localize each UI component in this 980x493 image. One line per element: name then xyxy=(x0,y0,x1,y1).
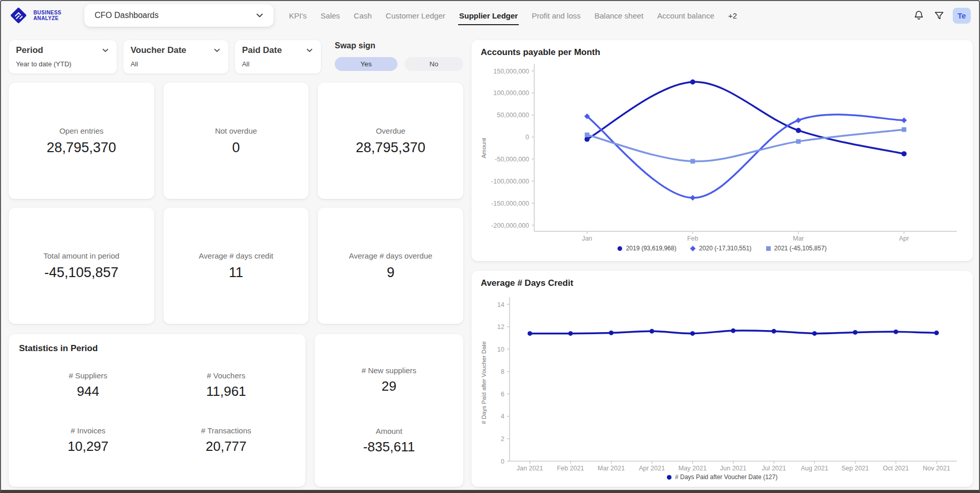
tabs-overflow[interactable]: +2 xyxy=(728,8,737,23)
legend-item[interactable]: 2020 (-17,310,551) xyxy=(691,245,751,252)
x-tick-label: Feb 2021 xyxy=(557,465,584,472)
kpi-card-overdue: Overdue 28,795,370 xyxy=(318,83,463,199)
kpi-value: 28,795,370 xyxy=(356,140,425,156)
tab-sales[interactable]: Sales xyxy=(321,8,340,23)
data-point xyxy=(934,331,939,335)
data-point xyxy=(528,331,532,336)
swap-sign-yes-button[interactable]: Yes xyxy=(335,57,397,71)
stat-label: # Suppliers xyxy=(19,371,157,380)
kpi-card-avg-days-credit: Average # days credit 11 xyxy=(164,208,309,324)
kpi-value: 28,795,370 xyxy=(47,140,116,156)
statistics-card: Statistics in Period # Suppliers 944 # V… xyxy=(9,334,305,487)
x-tick-label: Aug 2021 xyxy=(801,465,828,472)
tab-cash[interactable]: Cash xyxy=(354,8,372,23)
data-point xyxy=(690,331,695,336)
stat-value: 944 xyxy=(19,384,157,399)
voucher-date-filter[interactable]: Voucher Date All xyxy=(123,40,228,74)
accounts-payable-chart: -200,000,000-150,000,000-100,000,000-50,… xyxy=(481,61,962,244)
voucher-date-filter-title: Voucher Date xyxy=(131,45,186,56)
y-tick-label: 14 xyxy=(497,301,504,308)
data-point xyxy=(568,331,573,336)
y-tick-label: 100,000,000 xyxy=(493,89,529,97)
stat-suppliers: # Suppliers 944 xyxy=(19,371,157,399)
kpi-card-open-entries: Open entries 28,795,370 xyxy=(9,83,154,199)
y-axis-label: Amount xyxy=(481,137,487,158)
chevron-down-icon xyxy=(101,46,110,54)
x-tick-label: Jan 2021 xyxy=(517,465,543,472)
period-filter-value: Year to date (YTD) xyxy=(16,60,110,68)
x-tick-label: Apr xyxy=(899,235,909,242)
legend-item[interactable]: 2021 (-45,105,857) xyxy=(766,245,827,252)
notifications-button[interactable] xyxy=(913,9,925,22)
data-point xyxy=(796,128,801,133)
kpi-value: 11 xyxy=(229,265,243,281)
dashboard-selector[interactable]: CFO Dashboards xyxy=(84,4,274,27)
circle-marker-icon xyxy=(667,475,672,480)
tab-supplier-ledger[interactable]: Supplier Ledger xyxy=(459,8,518,23)
filter-button[interactable] xyxy=(933,9,945,22)
filters-row: Period Year to date (YTD) Voucher Date A… xyxy=(9,40,463,74)
y-axis-label: # Days Paid after Voucher Date xyxy=(481,341,487,424)
data-point xyxy=(894,330,898,334)
period-filter[interactable]: Period Year to date (YTD) xyxy=(9,40,117,74)
tab-kpis[interactable]: KPI's xyxy=(289,8,307,23)
chart-title: Accounts payable per Month xyxy=(481,47,964,58)
swap-sign-no-button[interactable]: No xyxy=(405,57,463,71)
kpi-grid: Open entries 28,795,370 Not overdue 0 Ov… xyxy=(9,83,463,324)
kpi-value: -45,105,857 xyxy=(44,265,118,281)
data-point xyxy=(649,329,654,334)
kpi-value: 0 xyxy=(232,140,240,156)
tab-account-balance[interactable]: Account balance xyxy=(657,8,714,23)
avg-days-credit-chart-card: Average # Days Credit 02468101214Jan 202… xyxy=(471,271,973,487)
y-tick-label: 0 xyxy=(501,458,504,465)
y-tick-label: 10 xyxy=(497,346,504,353)
legend-item[interactable]: 2019 (93,619,968) xyxy=(618,245,676,252)
y-tick-label: -100,000,000 xyxy=(491,178,529,185)
circle-marker-icon xyxy=(618,246,622,251)
y-tick-label: 2 xyxy=(501,435,504,443)
tab-balance-sheet[interactable]: Balance sheet xyxy=(594,8,643,23)
chart-line-2019 (93,619,968) xyxy=(587,82,904,154)
brand-wordmark: BUSINESS ANALYZE xyxy=(33,10,61,22)
chevron-down-icon xyxy=(213,46,221,54)
brand-diamond-icon xyxy=(8,5,29,26)
x-tick-label: Mar 2021 xyxy=(597,465,625,472)
y-tick-label: -200,000,000 xyxy=(491,222,529,229)
swap-sign-control: Swap sign Yes No xyxy=(335,40,463,71)
kpi-value: 9 xyxy=(387,265,394,281)
left-column: Period Year to date (YTD) Voucher Date A… xyxy=(9,40,463,487)
paid-date-filter[interactable]: Paid Date All xyxy=(235,40,321,74)
kpi-card-avg-days-overdue: Average # days overdue 9 xyxy=(318,208,463,324)
data-point xyxy=(772,329,776,334)
data-point xyxy=(731,328,736,333)
avg-days-credit-chart: 02468101214Jan 2021Feb 2021Mar 2021Apr 2… xyxy=(481,291,962,472)
chevron-down-icon xyxy=(305,46,314,54)
x-tick-label: Sep 2021 xyxy=(842,465,869,472)
stat-label: # New suppliers xyxy=(361,366,416,375)
user-avatar[interactable]: Te xyxy=(953,8,971,24)
paid-date-filter-title: Paid Date xyxy=(242,45,282,56)
chart-title: Average # Days Credit xyxy=(481,278,964,288)
stat-value: 29 xyxy=(361,378,416,394)
stat-label: # Transactions xyxy=(157,426,296,435)
stat-value: -835,611 xyxy=(363,439,415,455)
legend-item[interactable]: # Days Paid after Voucher Date (127) xyxy=(667,473,777,481)
stat-value: 20,777 xyxy=(157,439,296,454)
tab-customer-ledger[interactable]: Customer Ledger xyxy=(386,8,445,23)
chart-legend: 2019 (93,619,968)2020 (-17,310,551)2021 … xyxy=(481,245,964,252)
x-tick-label: Mar xyxy=(793,235,804,242)
tab-profit-and-loss[interactable]: Profit and loss xyxy=(532,8,580,23)
y-tick-label: 50,000,000 xyxy=(497,112,529,119)
data-point xyxy=(585,133,589,137)
legend-label: 2019 (93,619,968) xyxy=(626,245,676,252)
stat-new-suppliers: # New suppliers 29 xyxy=(361,366,416,394)
kpi-label: Average # days credit xyxy=(199,251,274,260)
data-point xyxy=(796,139,801,144)
swap-sign-title: Swap sign xyxy=(335,41,463,50)
app-window: BUSINESS ANALYZE CFO Dashboards KPI's Sa… xyxy=(0,0,980,493)
data-point xyxy=(585,137,590,142)
data-point xyxy=(609,331,613,335)
kpi-label: Not overdue xyxy=(215,126,257,135)
data-point xyxy=(901,118,907,123)
x-tick-label: Apr 2021 xyxy=(639,465,665,472)
